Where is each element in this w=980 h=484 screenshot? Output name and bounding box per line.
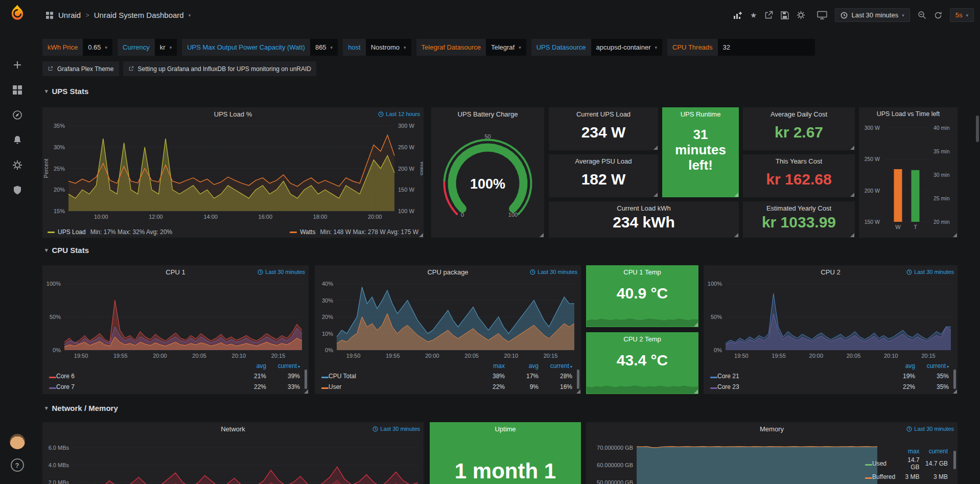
legend-sort-header[interactable]: current▾ [541,361,575,371]
user-avatar[interactable] [10,434,25,449]
legend-sort-header[interactable]: current▾ [918,361,951,371]
legend-series-toggle[interactable]: Core 23 [708,381,884,392]
panel-title[interactable]: CPU package [333,265,563,279]
svg-text:150 W: 150 W [398,187,414,193]
cpu1-chart[interactable]: 19:5019:5520:0020:0520:1020:15100%50%0% [43,280,308,359]
legend-sort-header[interactable]: max [898,447,922,456]
panel-title[interactable]: This Years Cost [761,154,836,168]
legend-scrollbar[interactable] [305,370,307,389]
legend-sort-header[interactable]: avg [507,361,541,371]
legend-series-toggle[interactable]: WattsMin: 148 W Max: 278 W Avg: 175 W [290,228,418,236]
panel-title[interactable]: UPS Load vs Time left [861,107,955,121]
svg-text:4.0 MBs: 4.0 MBs [49,462,69,468]
legend-sort-header[interactable]: current [922,447,950,456]
settings-gear-icon[interactable] [797,11,805,19]
panel-time-override[interactable]: Last 30 minutes [906,426,954,432]
panel-title[interactable]: Current UPS Load [567,107,640,121]
legend-sort-header[interactable]: max [474,361,507,371]
svg-text:15%: 15% [54,208,65,214]
panel-title[interactable]: Uptime [448,422,563,436]
cpu-package-chart[interactable]: 19:5019:5520:0020:0520:1020:1540%30%20%1… [315,280,580,359]
legend-scrollbar[interactable] [953,451,956,469]
breadcrumb-current[interactable]: Unraid System Dashboard [94,11,184,19]
variable-value-dropdown[interactable]: Telegraf▾ [486,39,526,56]
variable-value-dropdown[interactable]: kr▾ [155,39,177,56]
svg-text:Watts: Watts [419,162,423,176]
dashboards-icon[interactable] [0,78,34,102]
legend-sort-header[interactable]: avg [235,361,269,371]
share-icon[interactable] [764,11,773,19]
legend-series-toggle[interactable]: Core 7 [46,381,235,392]
help-icon[interactable]: ? [11,458,24,472]
panel-title[interactable]: CPU 2 Temp [604,332,680,346]
legend-series-toggle[interactable]: User [319,381,474,392]
svg-text:250 W: 250 W [398,144,414,150]
explore-compass-icon[interactable] [0,103,34,127]
time-range-picker[interactable]: Last 30 minutes ▾ [835,8,909,22]
row-toggle-cpu-stats[interactable]: ▾CPU Stats [45,246,89,255]
row-toggle-network-memory[interactable]: ▾Network / Memory [45,404,118,412]
panel-title[interactable]: UPS Battery Charge [450,107,526,121]
variable-value-dropdown[interactable]: apcupsd-container▾ [591,39,663,56]
save-icon[interactable] [781,11,789,19]
clock-icon [258,269,263,275]
svg-text:19:55: 19:55 [772,353,786,359]
panel-title[interactable]: CPU 1 [61,265,290,279]
svg-text:10%: 10% [322,331,333,337]
panel-time-override[interactable]: Last 30 minutes [258,269,305,275]
breadcrumb-root[interactable]: Unraid [58,11,81,19]
legend-series-toggle[interactable]: UPS LoadMin: 17% Max: 32% Avg: 20% [48,228,172,236]
legend-row: Core 722%33% [46,381,302,392]
panel-title[interactable]: UPS Runtime [665,107,736,121]
cpu2-chart[interactable]: 19:5019:5520:0020:0520:1020:15100%50%0% [704,280,957,359]
panel-title[interactable]: CPU 1 Temp [604,265,680,279]
panel-time-override[interactable]: Last 30 minutes [906,269,954,275]
add-panel-icon[interactable] [733,11,742,20]
dashboard-link-1[interactable]: Setting up Grafana and InfluxDB for UPS … [123,61,317,76]
svg-text:30%: 30% [54,144,65,150]
refresh-icon[interactable] [934,11,942,19]
ups-load-chart[interactable]: 10:0012:0014:0016:0018:0020:0035%30%25%2… [43,121,423,222]
legend-sort-header[interactable]: avg [884,361,918,371]
panel-time-override[interactable]: Last 12 hours [378,111,420,117]
refresh-interval-picker[interactable]: 5s ▾ [950,8,974,22]
variable-value-dropdown[interactable]: 0.65▾ [83,39,112,56]
panel-time-override[interactable]: Last 30 minutes [530,269,577,275]
panel-time-override[interactable]: Last 30 minutes [372,426,420,432]
legend-series-toggle[interactable]: Used [862,456,898,471]
variable-value-dropdown[interactable]: 865▾ [310,39,338,56]
panel-title[interactable]: Network [61,422,405,436]
legend-series-toggle[interactable]: Core 21 [708,371,884,381]
legend-sort-header[interactable]: current▾ [269,361,302,371]
star-icon[interactable]: ★ [750,11,757,20]
clock-icon [372,426,378,432]
legend-series-toggle[interactable]: Buffered [862,471,898,482]
panel-title[interactable]: Average PSU Load [567,154,640,168]
panel-title[interactable]: Average Daily Cost [761,107,836,121]
grafana-logo-icon[interactable] [8,4,27,24]
variable-input[interactable]: 32 [718,39,815,56]
legend-series-toggle[interactable]: Core 6 [46,371,235,381]
create-icon[interactable] [0,53,34,77]
legend-series-toggle[interactable]: CPU Total [319,371,474,381]
panel-title[interactable]: UPS Load % [61,107,405,121]
dashboard-link-0[interactable]: Grafana Plex Theme [42,61,119,76]
page-scrollbar-thumb[interactable] [976,116,979,142]
battery-gauge[interactable]: 010050100% [432,124,544,232]
network-chart[interactable]: 6.0 MBs4.0 MBs2.0 MBs [43,436,423,484]
server-admin-shield-icon[interactable] [0,178,34,202]
variable-value-dropdown[interactable]: Nostromo▾ [366,39,411,56]
cycle-view-monitor-icon[interactable] [817,11,827,20]
zoom-out-icon[interactable] [918,11,926,19]
alerting-bell-icon[interactable] [0,128,34,152]
panel-title[interactable]: Estimated Yearly Cost [761,201,836,215]
panel-title[interactable]: Current Load kWh [567,201,720,215]
legend-scrollbar[interactable] [577,370,579,389]
svg-text:20:00: 20:00 [809,353,824,359]
row-toggle-ups-stats[interactable]: ▾UPS Stats [45,87,88,96]
memory-chart[interactable]: 70.000000 GB60.000000 GB50.000000 GB [587,436,881,484]
configuration-gear-icon[interactable] [0,153,34,177]
panel-title[interactable]: Memory [604,422,939,436]
ups-bars-chart[interactable]: 300 W250 W200 W150 W40 min35 min30 min25… [859,123,957,232]
legend-scrollbar[interactable] [953,370,956,389]
